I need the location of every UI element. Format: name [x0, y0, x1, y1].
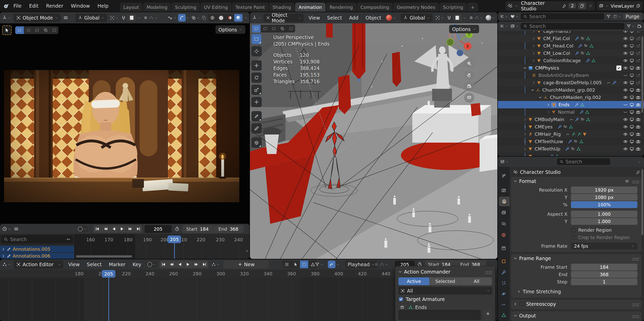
- camera-icon[interactable]: [636, 125, 640, 129]
- frame-end-field[interactable]: 368: [571, 271, 637, 278]
- menu-file[interactable]: File: [10, 0, 25, 12]
- select-mode-invert[interactable]: [278, 25, 286, 32]
- camera-icon[interactable]: [636, 117, 640, 122]
- active-tool-button[interactable]: [2, 25, 12, 35]
- camera-icon[interactable]: [636, 110, 640, 114]
- action-list[interactable]: [398, 310, 481, 320]
- camera-disabled-icon[interactable]: [636, 31, 640, 33]
- editor-type-dropdown[interactable]: [2, 262, 11, 267]
- tab-active[interactable]: Active: [398, 277, 429, 285]
- camera-icon[interactable]: [636, 95, 640, 100]
- eye-icon[interactable]: [623, 95, 628, 100]
- eye-icon[interactable]: [623, 80, 628, 85]
- display-mode-dropdown[interactable]: [510, 14, 519, 19]
- camera-disabled-icon[interactable]: [636, 51, 640, 56]
- only-channels-icon[interactable]: [282, 261, 291, 268]
- screen-icon[interactable]: [630, 95, 634, 100]
- select-mode-intersect[interactable]: [50, 26, 58, 34]
- outliner-row[interactable]: cage-Hand.l: [498, 31, 644, 35]
- snap-mode-dropdown[interactable]: Playhead: [345, 261, 377, 268]
- panel-grip[interactable]: [486, 271, 492, 272]
- breadcrumb-scene[interactable]: Character Studio: [520, 169, 561, 175]
- magnet-icon[interactable]: [121, 15, 126, 20]
- frame-start-field[interactable]: Start184: [182, 225, 213, 233]
- screen-icon[interactable]: [630, 31, 634, 33]
- panel-grip[interactable]: [633, 181, 639, 182]
- menu-edit[interactable]: Edit: [25, 0, 42, 12]
- tab-layout[interactable]: Layout: [120, 3, 143, 12]
- tab-scripting[interactable]: Scripting: [439, 3, 467, 12]
- magnet-icon[interactable]: [447, 15, 452, 20]
- chevron-down-icon[interactable]: [514, 257, 517, 260]
- gizmos-dropdown[interactable]: [178, 14, 190, 22]
- resolution-percent-slider[interactable]: 100%: [571, 201, 637, 208]
- orphan-outliner[interactable]: Search Purge: [498, 12, 644, 21]
- channel-annotations-005[interactable]: Annotations.005: [0, 246, 74, 252]
- eye-icon[interactable]: [623, 66, 628, 70]
- outliner-row[interactable]: CollisionRibcage: [498, 57, 644, 64]
- menu-select[interactable]: Select: [325, 15, 344, 21]
- crop-render-region-row[interactable]: Crop to Render Region: [571, 234, 630, 241]
- filter-dropdown[interactable]: [626, 24, 635, 28]
- panel-title[interactable]: Stereoscopy: [526, 301, 556, 307]
- panel-header[interactable]: Action Commander: [398, 268, 492, 275]
- jump-to-start-button[interactable]: [160, 261, 168, 268]
- select-mode-set[interactable]: [252, 25, 261, 32]
- panel-grip[interactable]: [633, 303, 639, 305]
- blender-logo-icon[interactable]: [3, 3, 10, 9]
- tab-collection[interactable]: [498, 243, 510, 253]
- chevron-down-icon[interactable]: [514, 179, 517, 183]
- jump-to-end-button[interactable]: [200, 261, 208, 268]
- tab-render[interactable]: [498, 185, 510, 195]
- expander-icon[interactable]: [2, 247, 5, 251]
- pan-hand-button[interactable]: [464, 70, 474, 80]
- select-mode-extend[interactable]: [261, 25, 269, 32]
- record-icon[interactable]: [78, 226, 83, 231]
- outliner-row[interactable]: CMHair_Rig: [498, 130, 644, 138]
- outliner-row[interactable]: ChurchMaiden_grp.002: [498, 86, 644, 94]
- tab-all[interactable]: All: [461, 277, 492, 285]
- camera-view-button[interactable]: [464, 81, 474, 91]
- screen-icon[interactable]: [630, 44, 634, 48]
- editor-type-dropdown[interactable]: [252, 15, 261, 20]
- screen-icon[interactable]: [630, 132, 634, 137]
- editor-type-dropdown[interactable]: [500, 159, 509, 164]
- zoom-button[interactable]: [464, 58, 474, 69]
- snapping-dropdown[interactable]: [328, 261, 339, 268]
- tab-shading[interactable]: Shading: [269, 3, 295, 12]
- orthographic-toggle-button[interactable]: [464, 93, 474, 103]
- outliner-search[interactable]: Search: [521, 13, 604, 20]
- screen-icon[interactable]: [630, 88, 634, 92]
- tab-sculpting[interactable]: Sculpting: [172, 3, 200, 12]
- camera-icon[interactable]: [636, 132, 640, 137]
- tool-select-box[interactable]: [251, 34, 262, 44]
- eye-icon[interactable]: [623, 44, 628, 48]
- snap-target-dropdown[interactable]: [127, 14, 136, 21]
- screen-icon[interactable]: [630, 58, 634, 63]
- camera-disabled-icon[interactable]: [636, 58, 640, 63]
- tab-texture-paint[interactable]: Texture Paint: [232, 3, 268, 12]
- screen-icon[interactable]: [630, 36, 634, 41]
- tab-object[interactable]: [498, 257, 510, 266]
- outliner-search[interactable]: Search: [521, 23, 624, 29]
- timeline-search[interactable]: Search: [1, 235, 73, 243]
- left-viewport[interactable]: Object Mode Global: [0, 12, 249, 223]
- menu-render[interactable]: Render: [42, 0, 67, 12]
- center-viewport[interactable]: Object Mode View Select Add Object Globa…: [250, 12, 497, 259]
- expander-icon[interactable]: [2, 254, 5, 258]
- tab-output[interactable]: [499, 197, 510, 206]
- shading-popover[interactable]: [486, 15, 495, 21]
- gizmo-toggle[interactable]: [178, 14, 186, 22]
- panel-grip[interactable]: [633, 258, 639, 259]
- mode-sphere-dropdown[interactable]: [386, 15, 396, 21]
- current-frame-badge[interactable]: 205: [102, 270, 115, 278]
- select-mode-set[interactable]: [15, 26, 24, 34]
- menu-view[interactable]: View: [66, 262, 82, 267]
- tab-compositing[interactable]: Compositing: [357, 3, 393, 12]
- outliner-row[interactable]: CMBodyMain: [498, 116, 644, 123]
- output-panel[interactable]: Output: [511, 311, 641, 321]
- stereoscopy-panel[interactable]: Stereoscopy: [511, 300, 641, 309]
- chevron-down-icon[interactable]: [398, 270, 402, 274]
- scene-selector[interactable]: Character Studio 2: [505, 1, 595, 10]
- filter-toggle-icon[interactable]: [66, 237, 71, 242]
